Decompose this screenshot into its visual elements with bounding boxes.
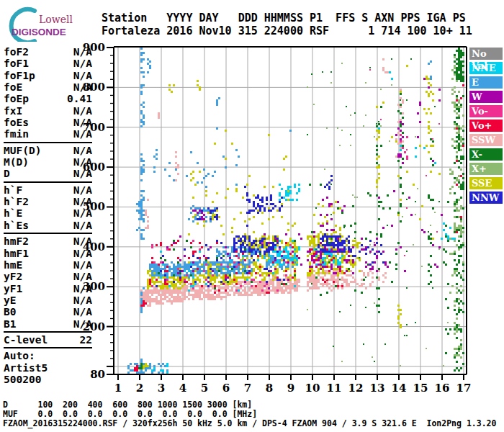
x-tick-label: 9 <box>287 382 294 395</box>
x-tick-label: 15 <box>413 382 428 395</box>
status-line: FZAOM_2016315224000.RSF / 320fx256h 50 k… <box>3 419 496 428</box>
x-tick-label: 13 <box>370 382 385 395</box>
ionogram-chart: 9008007006005004003002008012345678910111… <box>0 0 504 432</box>
x-tick-label: 8 <box>266 382 273 395</box>
legend-item-sse: SSE <box>469 177 503 189</box>
y-tick-label: 300 <box>83 280 105 293</box>
legend-item-w: W <box>469 91 503 103</box>
x-tick-label: 4 <box>179 382 186 395</box>
x-tick-label: 7 <box>244 382 251 395</box>
y-tick-label: 200 <box>83 320 105 333</box>
legend-item-ssw: SSW <box>469 134 503 146</box>
x-tick-label: 11 <box>327 382 342 395</box>
plot-gridlines <box>114 47 467 374</box>
scatter-points <box>127 48 464 374</box>
plot-axes <box>107 47 467 380</box>
legend-item-vo_minus: Vo- <box>469 105 503 117</box>
ionogram-page: { "logo": { "line1": "Lowell", "line2": … <box>0 0 504 432</box>
echo-direction-legend: No ValNNEEWVo-Vo+SSWX-X+SSENNW <box>469 48 503 206</box>
x-tick-label: 2 <box>136 382 143 395</box>
legend-item-e: E <box>469 76 503 89</box>
y-tick-label: 900 <box>83 41 105 54</box>
legend-item-x_minus: X- <box>469 148 503 161</box>
y-tick-label: 500 <box>83 200 105 213</box>
x-tick-label: 5 <box>201 382 208 395</box>
x-tick-label: 10 <box>305 382 320 395</box>
y-tick-label: 400 <box>83 240 105 253</box>
y-tick-label: 80 <box>90 368 105 381</box>
y-tick-label: 800 <box>83 81 105 94</box>
x-tick-label: 6 <box>222 382 230 395</box>
x-tick-label: 17 <box>456 382 472 395</box>
legend-item-nne: NNE <box>469 62 503 74</box>
legend-item-noval: No Val <box>469 48 503 60</box>
x-tick-label: 16 <box>435 382 450 395</box>
legend-item-x_plus: X+ <box>469 163 503 175</box>
legend-item-vo_plus: Vo+ <box>469 120 503 132</box>
x-tick-label: 1 <box>114 382 122 395</box>
x-tick-label: 3 <box>158 382 165 395</box>
y-tick-label: 700 <box>83 121 105 134</box>
x-tick-label: 14 <box>392 382 407 395</box>
legend-item-nnw: NNW <box>469 192 503 204</box>
x-tick-label: 12 <box>348 382 364 395</box>
y-tick-label: 600 <box>83 161 105 174</box>
